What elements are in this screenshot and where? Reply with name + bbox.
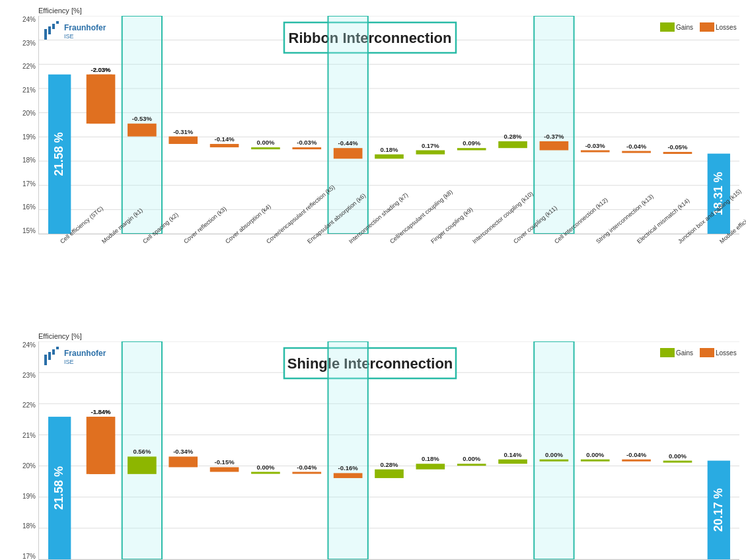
svg-text:-0.04%: -0.04% bbox=[626, 143, 647, 150]
svg-rect-26 bbox=[534, 16, 574, 234]
svg-text:-0.03%: -0.03% bbox=[585, 142, 606, 149]
svg-text:ISE: ISE bbox=[64, 33, 74, 40]
svg-text:-0.37%: -0.37% bbox=[544, 133, 564, 140]
svg-rect-18 bbox=[700, 22, 714, 32]
svg-rect-10 bbox=[44, 29, 47, 40]
ribbon-chart-area: 24% 23% 22% 21% 20% 19% 18% 17% 16% 15% … bbox=[7, 16, 739, 234]
svg-rect-31 bbox=[168, 137, 198, 144]
svg-text:21.58 %: 21.58 % bbox=[52, 132, 65, 176]
svg-text:0.14%: 0.14% bbox=[504, 451, 522, 458]
svg-rect-59 bbox=[89, 75, 112, 123]
svg-text:0.00%: 0.00% bbox=[463, 455, 480, 462]
svg-text:0.18%: 0.18% bbox=[381, 146, 398, 153]
svg-rect-108 bbox=[540, 460, 569, 462]
svg-text:-0.04%: -0.04% bbox=[297, 464, 317, 471]
shingle-y-label: Efficiency [%] bbox=[7, 332, 739, 340]
svg-rect-118 bbox=[89, 417, 112, 474]
svg-text:-0.14%: -0.14% bbox=[215, 135, 235, 143]
svg-rect-51 bbox=[581, 151, 610, 153]
ribbon-svg: FraunhoferISEGainsLossesRibbon Interconn… bbox=[39, 16, 739, 234]
svg-rect-92 bbox=[210, 467, 239, 472]
svg-text:Losses: Losses bbox=[716, 24, 737, 31]
svg-rect-33 bbox=[210, 144, 239, 147]
svg-text:Losses: Losses bbox=[716, 349, 737, 357]
svg-rect-72 bbox=[56, 347, 59, 349]
svg-text:0.56%: 0.56% bbox=[133, 448, 151, 455]
svg-text:0.00%: 0.00% bbox=[256, 464, 274, 471]
svg-rect-104 bbox=[457, 464, 486, 466]
svg-text:0.00%: 0.00% bbox=[669, 452, 687, 460]
ribbon-y-label: Efficiency [%] bbox=[7, 7, 739, 15]
svg-rect-13 bbox=[56, 21, 59, 24]
shingle-chart-section: Efficiency [%] 24% 23% 22% 21% 20% 19% 1… bbox=[7, 332, 739, 560]
svg-rect-11 bbox=[48, 26, 51, 34]
shingle-y-axis: 24% 23% 22% 21% 20% 19% 18% 17% bbox=[7, 341, 38, 560]
svg-text:Ribbon Interconnection: Ribbon Interconnection bbox=[289, 30, 452, 46]
svg-text:-1.84%: -1.84% bbox=[91, 408, 111, 415]
svg-rect-114 bbox=[663, 461, 692, 463]
ribbon-plot: FraunhoferISEGainsLossesRibbon Interconn… bbox=[38, 16, 739, 234]
svg-text:-0.15%: -0.15% bbox=[215, 458, 235, 466]
svg-text:-0.03%: -0.03% bbox=[297, 139, 317, 146]
svg-rect-71 bbox=[52, 349, 55, 355]
svg-text:Fraunhofer: Fraunhofer bbox=[64, 349, 106, 358]
svg-rect-49 bbox=[540, 141, 569, 151]
shingle-chart-area: 24% 23% 22% 21% 20% 19% 18% 17% Fraunhof… bbox=[7, 341, 739, 560]
svg-rect-84 bbox=[328, 341, 367, 559]
svg-text:0.18%: 0.18% bbox=[422, 455, 439, 462]
shingle-plot: FraunhoferISEGainsLossesShingle Intercon… bbox=[38, 341, 739, 560]
shingle-svg: FraunhoferISEGainsLossesShingle Intercon… bbox=[39, 341, 739, 559]
svg-text:20.17 %: 20.17 % bbox=[712, 488, 725, 532]
svg-rect-100 bbox=[375, 470, 404, 478]
svg-text:0.00%: 0.00% bbox=[256, 139, 274, 146]
svg-rect-47 bbox=[498, 141, 527, 148]
svg-text:0.17%: 0.17% bbox=[422, 142, 439, 149]
svg-text:0.09%: 0.09% bbox=[463, 139, 480, 147]
svg-rect-37 bbox=[292, 147, 321, 149]
svg-rect-53 bbox=[622, 151, 651, 153]
svg-text:-0.16%: -0.16% bbox=[338, 464, 359, 472]
svg-text:Shingle Interconnection: Shingle Interconnection bbox=[287, 355, 453, 372]
svg-rect-55 bbox=[663, 152, 692, 154]
svg-rect-16 bbox=[660, 22, 675, 32]
svg-text:-0.31%: -0.31% bbox=[173, 128, 194, 135]
svg-rect-69 bbox=[44, 355, 47, 365]
svg-rect-96 bbox=[292, 472, 321, 474]
svg-rect-106 bbox=[498, 460, 527, 464]
svg-text:0.28%: 0.28% bbox=[381, 461, 398, 468]
svg-rect-45 bbox=[457, 148, 486, 150]
ribbon-chart-section: Efficiency [%] 24% 23% 22% 21% 20% 19% 1… bbox=[7, 7, 739, 234]
svg-text:0.00%: 0.00% bbox=[545, 451, 563, 458]
svg-text:Gains: Gains bbox=[676, 349, 693, 357]
svg-text:0.00%: 0.00% bbox=[586, 451, 604, 458]
svg-text:21.58 %: 21.58 % bbox=[52, 466, 65, 510]
svg-rect-110 bbox=[581, 460, 610, 462]
main-container: Efficiency [%] 24% 23% 22% 21% 20% 19% 1… bbox=[0, 0, 746, 560]
svg-text:ISE: ISE bbox=[64, 359, 74, 365]
svg-rect-75 bbox=[660, 348, 675, 357]
svg-rect-77 bbox=[700, 348, 714, 357]
svg-rect-41 bbox=[375, 155, 404, 159]
svg-text:-0.44%: -0.44% bbox=[338, 139, 359, 147]
svg-rect-94 bbox=[251, 472, 280, 474]
svg-text:-2.03%: -2.03% bbox=[91, 66, 111, 73]
svg-rect-98 bbox=[334, 473, 363, 478]
svg-rect-35 bbox=[251, 147, 280, 149]
svg-rect-43 bbox=[416, 151, 445, 155]
svg-rect-39 bbox=[334, 148, 363, 158]
svg-rect-12 bbox=[52, 24, 55, 29]
svg-text:-0.34%: -0.34% bbox=[173, 448, 194, 455]
svg-text:-0.05%: -0.05% bbox=[667, 143, 688, 151]
svg-text:Gains: Gains bbox=[676, 24, 693, 31]
svg-rect-112 bbox=[622, 460, 651, 462]
svg-rect-29 bbox=[128, 123, 157, 136]
svg-rect-102 bbox=[416, 464, 445, 469]
svg-rect-90 bbox=[168, 456, 198, 467]
x-axis-labels: Cell efficiency (STC)Module margin (k1)C… bbox=[38, 240, 739, 332]
svg-text:Fraunhofer: Fraunhofer bbox=[64, 23, 106, 32]
svg-rect-88 bbox=[128, 456, 157, 473]
svg-text:-0.53%: -0.53% bbox=[132, 115, 153, 122]
svg-rect-70 bbox=[48, 352, 51, 360]
svg-text:0.28%: 0.28% bbox=[504, 133, 522, 140]
ribbon-y-axis: 24% 23% 22% 21% 20% 19% 18% 17% 16% 15% bbox=[7, 16, 38, 234]
